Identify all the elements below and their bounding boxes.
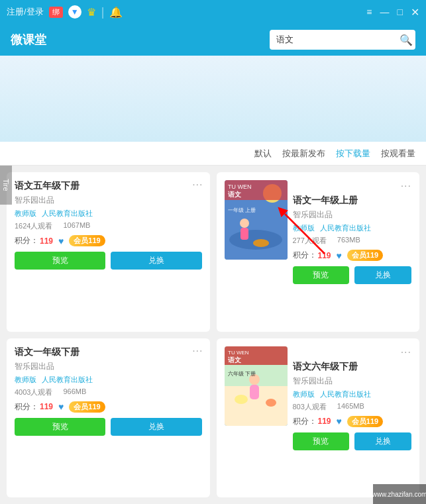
card-title: 语文一年级上册 [293,195,412,207]
tag-teacher[interactable]: 教师版 [293,389,315,399]
bind-badge[interactable]: 绑 [49,7,63,18]
viewers-count: 4003人观看 [15,387,52,397]
tag-teacher[interactable]: 教师版 [15,375,36,385]
card-info: 语文一年级下册 智乐园出品 教师版 人民教育出版社 4003人观看 966MB … [15,346,202,490]
card-buttons: 预览 兑换 [293,266,412,284]
svg-point-15 [235,395,248,404]
content-area: ··· 语文五年级下册 智乐园出品 教师版 人民教育出版社 1624人观看 10… [0,166,426,504]
card-title: 语文五年级下册 [15,180,202,192]
score-value: 119 [318,417,331,426]
card-yuwen5-down: ··· 语文五年级下册 智乐园出品 教师版 人民教育出版社 1624人观看 10… [7,172,210,332]
card-more-icon[interactable]: ··· [192,345,203,357]
tag-teacher[interactable]: 教师版 [15,209,36,219]
preview-button[interactable]: 预览 [293,266,350,284]
card-more-icon[interactable]: ··· [293,346,412,358]
heart-icon: ♥ [58,236,64,246]
bell-icon[interactable]: 🔔 [109,6,123,19]
card-title: 语文一年级下册 [15,346,202,358]
card-info: ··· 语文一年级上册 智乐园出品 教师版 人民教育出版社 277人观看 763… [293,180,412,284]
menu-icon[interactable]: ≡ [366,7,372,17]
exchange-button[interactable]: 兑换 [111,252,201,270]
card-pricing: 积分：119 ♥ 会员119 [15,235,202,246]
preview-button[interactable]: 预览 [15,252,105,270]
card-buttons: 预览 兑换 [15,418,202,436]
minimize-button[interactable]: — [380,7,390,17]
card-tags: 教师版 人民教育出版社 [15,209,202,219]
card-stats: 277人观看 763MB [293,236,412,246]
close-button[interactable]: ✕ [411,6,419,19]
member-price: 会员119 [347,416,383,427]
viewers-count: 1624人观看 [15,221,52,231]
watermark: www.zhazifan.com [373,484,426,504]
search-button[interactable]: 🔍 [394,34,415,46]
card-more-icon[interactable]: ··· [293,180,412,192]
exchange-button[interactable]: 兑换 [354,432,411,450]
svg-text:TU WEN: TU WEN [228,183,252,190]
sort-views[interactable]: 按观看量 [381,148,415,160]
card-info: 语文五年级下册 智乐园出品 教师版 人民教育出版社 1624人观看 1067MB… [15,180,202,324]
app-logo: 微课堂 [11,32,46,48]
card-yuwen1-up: TU WEN 语文 一年级 上册 ··· 语文一年级上册 智乐园出品 教师版 人… [217,172,420,332]
viewers-count: 803人观看 [293,402,327,412]
card-stats: 803人观看 1465MB [293,402,412,412]
nav-bar: 微课堂 🔍 [0,24,426,56]
file-size: 763MB [337,236,360,246]
card-publisher: 智乐园出品 [293,209,412,221]
card-pricing: 积分：119 ♥ 会员119 [293,250,412,261]
book-cover-art: TU WEN 语文 一年级 上册 [225,180,288,260]
book-cover-art: TU WEN 语文 六年级 下册 [225,346,288,426]
svg-text:语文: 语文 [228,191,241,198]
window-controls: ≡ — □ ✕ [366,6,419,19]
sort-newest[interactable]: 按最新发布 [282,148,325,160]
maximize-button[interactable]: □ [398,7,403,17]
member-price: 会员119 [69,401,105,413]
exchange-button[interactable]: 兑换 [111,418,201,436]
file-size: 1465MB [337,402,364,412]
search-box: 🔍 [270,30,415,50]
card-tags: 教师版 人民教育出版社 [15,375,202,385]
score-value: 119 [318,251,331,260]
card-stats: 1624人观看 1067MB [15,221,202,231]
preview-button[interactable]: 预览 [15,418,105,436]
file-size: 1067MB [63,221,90,231]
title-bar: 注册/登录 绑 ▼ ♛ | 🔔 ≡ — □ ✕ [0,0,426,24]
card-more-icon[interactable]: ··· [192,179,203,191]
card-buttons: 预览 兑换 [293,432,412,450]
viewers-count: 277人观看 [293,236,327,246]
price-score: 积分：119 [293,250,331,261]
svg-text:语文: 语文 [228,356,241,364]
card-pricing: 积分：119 ♥ 会员119 [293,416,412,427]
svg-point-5 [253,239,269,247]
tag-publisher[interactable]: 人民教育出版社 [320,223,371,233]
price-score: 积分：119 [15,235,53,246]
sort-default[interactable]: 默认 [254,148,272,160]
down-arrow-icon[interactable]: ▼ [68,5,81,19]
svg-rect-14 [250,385,259,399]
price-score: 积分：119 [293,416,331,427]
login-button[interactable]: 注册/登录 [7,6,44,18]
svg-text:TU WEN: TU WEN [228,350,249,356]
card-thumbnail: TU WEN 语文 一年级 上册 [225,180,288,260]
member-price: 会员119 [69,235,105,246]
exchange-button[interactable]: 兑换 [354,266,411,284]
crown-icon[interactable]: ♛ [87,6,96,19]
card-title: 语文六年级下册 [293,361,412,373]
file-size: 966MB [63,387,86,397]
tag-publisher[interactable]: 人民教育出版社 [320,389,371,399]
banner-area [0,56,426,142]
card-publisher: 智乐园出品 [15,361,202,372]
title-bar-left: 注册/登录 绑 ▼ ♛ | 🔔 [7,5,123,19]
score-value: 119 [40,236,53,246]
tag-publisher[interactable]: 人民教育出版社 [42,375,93,385]
svg-text:六年级 下册: 六年级 下册 [228,371,256,377]
separator: | [101,5,105,19]
card-buttons: 预览 兑换 [15,252,202,270]
tag-teacher[interactable]: 教师版 [293,223,315,233]
preview-button[interactable]: 预览 [293,432,350,450]
sort-downloads[interactable]: 按下载量 [336,148,370,160]
card-stats: 4003人观看 966MB [15,387,202,397]
tag-publisher[interactable]: 人民教育出版社 [42,209,93,219]
heart-icon: ♥ [58,401,64,412]
search-input[interactable] [270,35,394,45]
side-label: Tire [0,166,12,205]
